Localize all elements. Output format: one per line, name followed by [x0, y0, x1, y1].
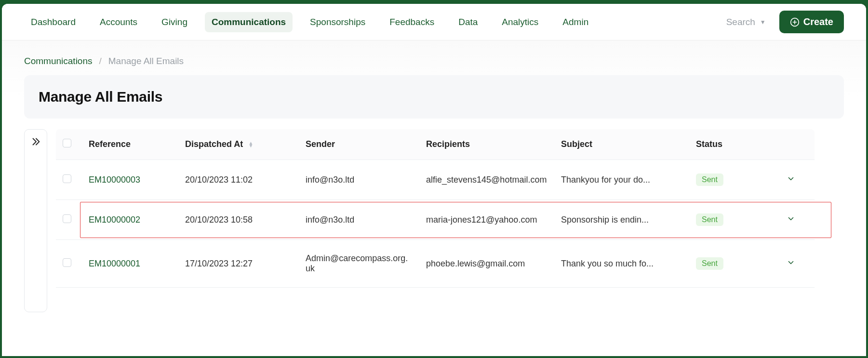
emails-table: Reference Dispatched At ▲▼ Sender Recipi… [56, 129, 844, 288]
sender-cell: info@n3o.ltd [299, 200, 419, 240]
nav-analytics[interactable]: Analytics [495, 12, 545, 32]
subject-cell: Sponsorship is endin... [554, 200, 689, 240]
reference-link[interactable]: EM10000003 [89, 175, 140, 185]
caret-down-icon: ▼ [760, 19, 766, 26]
status-badge: Sent [696, 213, 723, 226]
chevron-double-right-icon [30, 136, 41, 147]
col-reference[interactable]: Reference [82, 129, 178, 160]
breadcrumb-current: Manage All Emails [108, 56, 184, 66]
row-checkbox[interactable] [63, 174, 71, 183]
col-dispatched-at-label: Dispatched At [185, 139, 243, 149]
nav-accounts[interactable]: Accounts [93, 12, 144, 32]
search-dropdown[interactable]: Search ▼ [726, 17, 766, 27]
sender-cell: Admin@carecompass.org.uk [299, 240, 419, 288]
dispatched-at-cell: 20/10/2023 11:02 [178, 160, 299, 200]
col-subject[interactable]: Subject [554, 129, 689, 160]
col-sender[interactable]: Sender [299, 129, 419, 160]
nav-data[interactable]: Data [452, 12, 484, 32]
table-row: EM1000000220/10/2023 10:58info@n3o.ltdma… [56, 200, 844, 240]
top-navbar: Dashboard Accounts Giving Communications… [2, 4, 866, 40]
expand-row-button[interactable] [787, 214, 795, 223]
nav-giving[interactable]: Giving [155, 12, 194, 32]
sort-icon: ▲▼ [248, 142, 253, 147]
sidebar-expand-toggle[interactable] [24, 129, 47, 312]
dispatched-at-cell: 20/10/2023 10:58 [178, 200, 299, 240]
main-nav: Dashboard Accounts Giving Communications… [24, 12, 595, 32]
create-button[interactable]: Create [779, 11, 844, 33]
nav-admin[interactable]: Admin [556, 12, 595, 32]
col-recipients[interactable]: Recipients [419, 129, 554, 160]
nav-feedbacks[interactable]: Feedbacks [383, 12, 441, 32]
expand-row-button[interactable] [787, 174, 795, 183]
page-title: Manage All Emails [39, 89, 829, 105]
table-row: EM1000000117/10/2023 12:27Admin@carecomp… [56, 240, 844, 288]
expand-row-button[interactable] [787, 258, 795, 267]
recipients-cell: alfie_stevens145@hotmail.com [419, 160, 554, 200]
dispatched-at-cell: 17/10/2023 12:27 [178, 240, 299, 288]
select-all-checkbox[interactable] [63, 139, 71, 147]
breadcrumb: Communications / Manage All Emails [24, 40, 844, 75]
create-button-label: Create [803, 16, 833, 27]
breadcrumb-separator: / [99, 56, 102, 66]
status-badge: Sent [696, 173, 723, 186]
recipients-cell: maria-jones121@yahoo.com [419, 200, 554, 240]
row-checkbox[interactable] [63, 214, 71, 223]
sender-cell: info@n3o.ltd [299, 160, 419, 200]
reference-link[interactable]: EM10000002 [89, 215, 140, 225]
reference-link[interactable]: EM10000001 [89, 259, 140, 268]
plus-circle-icon [790, 17, 800, 27]
col-status[interactable]: Status [689, 129, 776, 160]
nav-dashboard[interactable]: Dashboard [24, 12, 82, 32]
nav-sponsorships[interactable]: Sponsorships [303, 12, 372, 32]
row-checkbox[interactable] [63, 258, 71, 267]
nav-communications[interactable]: Communications [205, 12, 293, 32]
table-row: EM1000000320/10/2023 11:02info@n3o.ltdal… [56, 160, 844, 200]
col-dispatched-at[interactable]: Dispatched At ▲▼ [178, 129, 299, 160]
subject-cell: Thank you so much fo... [554, 240, 689, 288]
search-label: Search [726, 17, 755, 27]
recipients-cell: phoebe.lewis@gmail.com [419, 240, 554, 288]
breadcrumb-root[interactable]: Communications [24, 56, 93, 66]
page-title-card: Manage All Emails [24, 75, 844, 119]
subject-cell: Thankyou for your do... [554, 160, 689, 200]
status-badge: Sent [696, 257, 723, 270]
